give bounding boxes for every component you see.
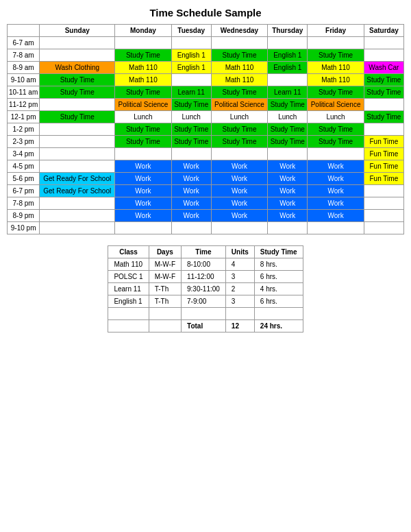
legend-cell: 11-12:00 <box>182 271 226 283</box>
table-row: 12-1 pmStudy TimeLunchLunchLunchLunchLun… <box>8 111 404 123</box>
schedule-cell: Study Time <box>364 74 403 86</box>
schedule-cell: English 1 <box>171 62 211 74</box>
table-row: 5-6 pmGet Ready For SchoolWorkWorkWorkWo… <box>8 173 404 185</box>
legend-cell: 4 hrs. <box>254 283 303 295</box>
schedule-cell <box>115 222 171 234</box>
schedule-cell <box>40 136 115 148</box>
schedule-cell: Work <box>115 160 171 173</box>
schedule-cell: English 1 <box>268 49 308 62</box>
schedule-cell <box>40 37 115 49</box>
schedule-cell <box>171 74 211 86</box>
legend-cell: 6 hrs. <box>254 271 303 283</box>
schedule-cell: Study Time <box>211 86 267 99</box>
schedule-cell <box>268 148 308 160</box>
table-row: 6-7 am <box>8 37 404 49</box>
schedule-cell: Study Time <box>40 86 115 99</box>
schedule-cell <box>364 197 403 210</box>
schedule-cell: Study Time <box>364 86 403 99</box>
legend-cell: 8 hrs. <box>254 258 303 271</box>
schedule-cell: Work <box>211 185 267 197</box>
table-row: 2-3 pmStudy TimeStudy TimeStudy TimeStud… <box>8 136 404 148</box>
table-row: 9-10 pm <box>8 222 404 234</box>
schedule-cell <box>40 49 115 62</box>
legend-col-header: Time <box>182 246 226 258</box>
schedule-cell: Study Time <box>308 136 364 148</box>
schedule-cell: Study Time <box>308 123 364 136</box>
schedule-cell: Political Science <box>211 99 267 111</box>
schedule-cell <box>268 222 308 234</box>
legend-cell: T-Th <box>149 295 181 308</box>
schedule-cell: Work <box>211 210 267 222</box>
schedule-cell: Work <box>115 197 171 210</box>
day-header-tuesday: Tuesday <box>171 25 211 37</box>
legend-row: English 1T-Th7-9:0036 hrs. <box>108 295 303 308</box>
schedule-cell: Work <box>115 185 171 197</box>
schedule-cell <box>268 74 308 86</box>
schedule-cell: Study Time <box>171 99 211 111</box>
legend-cell: 2 <box>225 283 254 295</box>
schedule-cell: Study Time <box>40 111 115 123</box>
time-cell: 4-5 pm <box>8 160 40 173</box>
schedule-cell: Work <box>171 160 211 173</box>
schedule-cell: Work <box>268 160 308 173</box>
schedule-cell: Work <box>171 210 211 222</box>
schedule-cell: Get Ready For School <box>40 185 115 197</box>
schedule-cell: Study Time <box>308 86 364 99</box>
schedule-cell: Study Time <box>171 136 211 148</box>
legend-cell: Learn 11 <box>108 283 149 295</box>
schedule-cell <box>115 37 171 49</box>
schedule-cell: Learn 11 <box>171 86 211 99</box>
schedule-cell: Political Science <box>308 99 364 111</box>
schedule-cell: Wash Car <box>364 62 403 74</box>
schedule-cell <box>171 37 211 49</box>
schedule-cell <box>308 148 364 160</box>
time-header <box>8 25 40 37</box>
schedule-cell: Fun Time <box>364 148 403 160</box>
schedule-cell: Math 110 <box>308 62 364 74</box>
schedule-cell: Lunch <box>211 111 267 123</box>
legend-cell: 4 <box>225 258 254 271</box>
time-cell: 3-4 pm <box>8 148 40 160</box>
time-cell: 5-6 pm <box>8 173 40 185</box>
legend-total-row: Total1224 hrs. <box>108 320 303 332</box>
table-row: 4-5 pmWorkWorkWorkWorkWorkFun Time <box>8 160 404 173</box>
time-cell: 1-2 pm <box>8 123 40 136</box>
time-cell: 7-8 am <box>8 49 40 62</box>
schedule-cell: Math 110 <box>308 74 364 86</box>
schedule-cell: Study Time <box>308 49 364 62</box>
schedule-cell <box>40 197 115 210</box>
schedule-cell <box>308 222 364 234</box>
table-row: 3-4 pmFun Time <box>8 148 404 160</box>
day-header-saturday: Saturday <box>364 25 403 37</box>
schedule-cell: Study Time <box>115 86 171 99</box>
table-row: 7-8 amStudy TimeEnglish 1Study TimeEngli… <box>8 49 404 62</box>
schedule-cell: Study Time <box>268 123 308 136</box>
time-cell: 8-9 am <box>8 62 40 74</box>
schedule-cell: Lunch <box>171 111 211 123</box>
table-row: 8-9 amWash ClothingMath 110English 1Math… <box>8 62 404 74</box>
schedule-cell: Math 110 <box>211 62 267 74</box>
schedule-cell <box>115 148 171 160</box>
schedule-cell: Study Time <box>40 74 115 86</box>
table-row: 6-7 pmGet Ready For SchoolWorkWorkWorkWo… <box>8 185 404 197</box>
legend-col-header: Units <box>225 246 254 258</box>
schedule-cell: Work <box>171 173 211 185</box>
schedule-cell <box>308 37 364 49</box>
schedule-cell: Lunch <box>308 111 364 123</box>
schedule-cell <box>211 148 267 160</box>
time-cell: 6-7 am <box>8 37 40 49</box>
legend-cell: 6 hrs. <box>254 295 303 308</box>
table-row: 1-2 pmStudy TimeStudy TimeStudy TimeStud… <box>8 123 404 136</box>
table-row: 10-11 amStudy TimeStudy TimeLearn 11Stud… <box>8 86 404 99</box>
schedule-cell <box>364 37 403 49</box>
schedule-cell <box>40 148 115 160</box>
schedule-cell: Work <box>171 185 211 197</box>
time-cell: 9-10 am <box>8 74 40 86</box>
schedule-cell: Work <box>308 185 364 197</box>
time-cell: 8-9 pm <box>8 210 40 222</box>
table-row: 8-9 pmWorkWorkWorkWorkWork <box>8 210 404 222</box>
page-title: Time Schedule Sample <box>7 7 404 19</box>
schedule-cell: English 1 <box>171 49 211 62</box>
total-units: 12 <box>225 320 254 332</box>
legend-col-header: Study Time <box>254 246 303 258</box>
